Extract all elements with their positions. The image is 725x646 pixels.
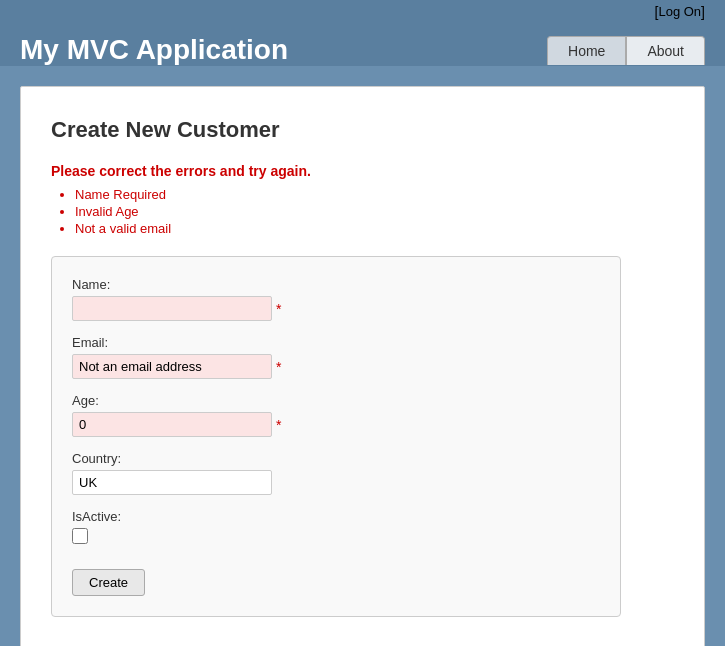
error-summary: Please correct the errors and try again.…: [51, 163, 674, 236]
name-required-star: *: [276, 301, 281, 317]
nav-about[interactable]: About: [626, 36, 705, 65]
header-top: [ Log On ]: [0, 0, 725, 24]
email-input-row: *: [72, 354, 600, 379]
age-required-star: *: [276, 417, 281, 433]
email-required-star: *: [276, 359, 281, 375]
log-on-link[interactable]: Log On: [658, 4, 701, 20]
name-label: Name:: [72, 277, 600, 292]
country-label: Country:: [72, 451, 600, 466]
isactive-checkbox[interactable]: [72, 528, 88, 544]
app-header: [ Log On ] My MVC Application Home About: [0, 0, 725, 66]
error-item-email: Not a valid email: [75, 221, 674, 236]
age-input[interactable]: [72, 412, 272, 437]
header-main: My MVC Application Home About: [0, 24, 725, 66]
app-title: My MVC Application: [20, 34, 288, 66]
form-group-age: Age: *: [72, 393, 600, 437]
nav-home[interactable]: Home: [547, 36, 626, 65]
age-input-row: *: [72, 412, 600, 437]
isactive-label: IsActive:: [72, 509, 600, 524]
name-input[interactable]: [72, 296, 272, 321]
error-item-name: Name Required: [75, 187, 674, 202]
form-container: Name: * Email: * Age:: [51, 256, 621, 617]
form-group-email: Email: *: [72, 335, 600, 379]
form-group-isactive: IsActive:: [72, 509, 600, 547]
error-item-age: Invalid Age: [75, 204, 674, 219]
error-list: Name Required Invalid Age Not a valid em…: [51, 187, 674, 236]
form-group-country: Country:: [72, 451, 600, 495]
content-area: Create New Customer Please correct the e…: [0, 66, 725, 646]
email-input[interactable]: [72, 354, 272, 379]
email-label: Email:: [72, 335, 600, 350]
create-button[interactable]: Create: [72, 569, 145, 596]
country-input-row: [72, 470, 600, 495]
age-label: Age:: [72, 393, 600, 408]
page-title: Create New Customer: [51, 117, 674, 143]
form-group-name: Name: *: [72, 277, 600, 321]
nav-menu: Home About: [547, 36, 705, 65]
error-summary-message: Please correct the errors and try again.: [51, 163, 674, 179]
main-card: Create New Customer Please correct the e…: [20, 86, 705, 646]
country-input[interactable]: [72, 470, 272, 495]
name-input-row: *: [72, 296, 600, 321]
log-on-bracket-right: ]: [701, 4, 705, 20]
app-wrapper: [ Log On ] My MVC Application Home About…: [0, 0, 725, 646]
